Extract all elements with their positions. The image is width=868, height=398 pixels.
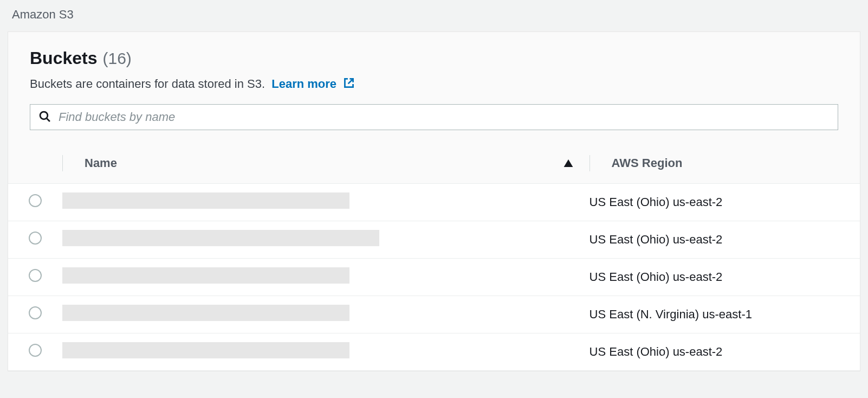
column-region-label: AWS Region [612,156,683,170]
learn-more-link[interactable]: Learn more [271,77,355,91]
table-row: US East (Ohio) us-east-2 [8,221,860,259]
buckets-panel: Buckets (16) Buckets are containers for … [8,31,860,371]
bucket-name-redacted [62,192,349,209]
row-select-radio[interactable] [29,269,42,282]
bucket-count: (16) [103,49,132,68]
table-row: US East (N. Virginia) us-east-1 [8,296,860,333]
search-icon [39,111,51,124]
breadcrumb[interactable]: Amazon S3 [0,0,868,31]
svg-point-0 [40,112,48,119]
external-link-icon [343,77,355,92]
buckets-table: Name AWS Region US East (Ohio) us-east-2… [8,143,860,371]
bucket-region-cell: US East (Ohio) us-east-2 [590,259,860,296]
row-select-radio[interactable] [29,232,42,245]
bucket-region-cell: US East (N. Virginia) us-east-1 [590,296,860,333]
bucket-name-cell[interactable] [62,184,590,221]
description-text: Buckets are containers for data stored i… [30,77,265,91]
row-select-cell [8,221,62,259]
search-input[interactable] [59,110,829,124]
learn-more-label: Learn more [271,77,336,91]
table-row: US East (Ohio) us-east-2 [8,259,860,296]
search-field[interactable] [30,104,838,130]
row-select-cell [8,296,62,333]
bucket-name-cell[interactable] [62,259,590,296]
bucket-name-redacted [62,342,349,358]
bucket-region-cell: US East (Ohio) us-east-2 [590,221,860,259]
row-select-cell [8,184,62,221]
bucket-name-cell[interactable] [62,333,590,371]
title-row: Buckets (16) [30,48,838,68]
sort-asc-icon [563,156,573,170]
row-select-cell [8,259,62,296]
search-container [8,104,860,143]
table-row: US East (Ohio) us-east-2 [8,184,860,221]
panel-header: Buckets (16) Buckets are containers for … [8,32,860,104]
column-name[interactable]: Name [62,143,590,184]
row-select-radio[interactable] [29,344,42,357]
bucket-name-cell[interactable] [62,221,590,259]
bucket-name-cell[interactable] [62,296,590,333]
column-select [8,143,62,184]
bucket-name-redacted [62,305,349,321]
bucket-region-cell: US East (Ohio) us-east-2 [590,333,860,371]
bucket-name-redacted [62,267,349,284]
page-title: Buckets [30,48,98,68]
column-name-label: Name [85,156,117,170]
row-select-cell [8,333,62,371]
row-select-radio[interactable] [29,194,42,207]
column-region[interactable]: AWS Region [590,143,860,184]
bucket-name-redacted [62,230,379,246]
row-select-radio[interactable] [29,306,42,319]
bucket-region-cell: US East (Ohio) us-east-2 [590,184,860,221]
page-description: Buckets are containers for data stored i… [30,77,838,92]
table-row: US East (Ohio) us-east-2 [8,333,860,371]
